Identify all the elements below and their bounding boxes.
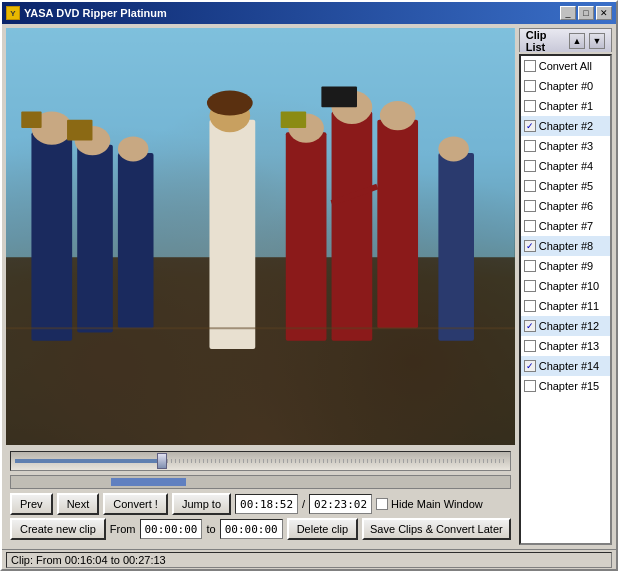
clip-label: Chapter #14 xyxy=(539,360,600,372)
svg-point-12 xyxy=(207,91,253,116)
time-separator: / xyxy=(302,498,305,510)
svg-rect-4 xyxy=(21,111,41,128)
from-label: From xyxy=(110,523,136,535)
clip-item[interactable]: Chapter #4 xyxy=(521,156,610,176)
video-area xyxy=(6,28,515,445)
clip-checkbox[interactable]: ✓ xyxy=(524,320,536,332)
to-time-input[interactable]: 00:00:00 xyxy=(220,519,283,539)
prev-button[interactable]: Prev xyxy=(10,493,53,515)
svg-rect-19 xyxy=(377,120,418,329)
clip-item[interactable]: ✓Chapter #14 xyxy=(521,356,610,376)
clip-list-down-arrow[interactable]: ▼ xyxy=(589,33,605,49)
clip-checkbox[interactable] xyxy=(524,340,536,352)
seek-track[interactable] xyxy=(15,459,506,463)
button-row-1: Prev Next Convert ! Jump to 00:18:52 / 0… xyxy=(10,493,511,515)
svg-rect-15 xyxy=(281,111,306,128)
scene-svg xyxy=(6,28,515,445)
clip-bar[interactable] xyxy=(10,475,511,489)
video-frame xyxy=(6,28,515,445)
svg-rect-18 xyxy=(321,86,357,107)
status-bar: Clip: From 00:16:04 to 00:27:13 xyxy=(2,549,616,569)
main-window: Y YASA DVD Ripper Platinum _ □ ✕ xyxy=(0,0,618,571)
svg-rect-13 xyxy=(286,132,327,341)
clip-label: Chapter #9 xyxy=(539,260,593,272)
svg-rect-7 xyxy=(67,120,92,141)
clip-checkbox[interactable] xyxy=(524,200,536,212)
clip-item[interactable]: Chapter #5 xyxy=(521,176,610,196)
clip-item[interactable]: Chapter #1 xyxy=(521,96,610,116)
minimize-button[interactable]: _ xyxy=(560,6,576,20)
clip-label: Chapter #0 xyxy=(539,80,593,92)
clip-checkbox[interactable] xyxy=(524,140,536,152)
clip-item[interactable]: Convert All xyxy=(521,56,610,76)
hide-main-text: Hide Main Window xyxy=(391,498,483,510)
clip-checkbox[interactable] xyxy=(524,60,536,72)
clip-checkbox[interactable]: ✓ xyxy=(524,360,536,372)
svg-rect-8 xyxy=(118,153,154,328)
to-label: to xyxy=(206,523,215,535)
clip-item[interactable]: ✓Chapter #2 xyxy=(521,116,610,136)
seek-thumb[interactable] xyxy=(157,453,167,469)
clip-list-body[interactable]: Convert AllChapter #0Chapter #1✓Chapter … xyxy=(519,54,612,545)
button-row-2: Create new clip From 00:00:00 to 00:00:0… xyxy=(10,518,511,540)
clip-selection xyxy=(111,478,186,486)
clip-list-up-arrow[interactable]: ▲ xyxy=(569,33,585,49)
clip-checkbox[interactable] xyxy=(524,280,536,292)
svg-rect-10 xyxy=(209,120,255,349)
from-time-input[interactable]: 00:00:00 xyxy=(140,519,203,539)
clip-item[interactable]: Chapter #11 xyxy=(521,296,610,316)
clip-item[interactable]: Chapter #10 xyxy=(521,276,610,296)
save-clips-button[interactable]: Save Clips & Convert Later xyxy=(362,518,511,540)
hide-main-checkbox[interactable] xyxy=(376,498,388,510)
create-clip-button[interactable]: Create new clip xyxy=(10,518,106,540)
clip-checkbox[interactable] xyxy=(524,220,536,232)
close-button[interactable]: ✕ xyxy=(596,6,612,20)
clip-item[interactable]: ✓Chapter #12 xyxy=(521,316,610,336)
clip-checkbox[interactable] xyxy=(524,300,536,312)
svg-point-23 xyxy=(438,136,469,161)
clip-checkbox[interactable] xyxy=(524,80,536,92)
clip-item[interactable]: Chapter #6 xyxy=(521,196,610,216)
window-controls: _ □ ✕ xyxy=(560,6,612,20)
clip-item[interactable]: Chapter #7 xyxy=(521,216,610,236)
window-body: Prev Next Convert ! Jump to 00:18:52 / 0… xyxy=(2,24,616,549)
svg-rect-5 xyxy=(77,145,113,333)
clip-label: Chapter #4 xyxy=(539,160,593,172)
current-time-display: 00:18:52 xyxy=(235,494,298,514)
total-time-display: 02:23:02 xyxy=(309,494,372,514)
clip-item[interactable]: Chapter #9 xyxy=(521,256,610,276)
convert-button[interactable]: Convert ! xyxy=(103,493,168,515)
clip-label: Chapter #7 xyxy=(539,220,593,232)
clip-checkbox[interactable] xyxy=(524,180,536,192)
clip-label: Chapter #15 xyxy=(539,380,600,392)
status-text: Clip: From 00:16:04 to 00:27:13 xyxy=(6,552,612,568)
clip-checkbox[interactable] xyxy=(524,380,536,392)
clip-checkbox[interactable] xyxy=(524,260,536,272)
clip-item[interactable]: Chapter #13 xyxy=(521,336,610,356)
maximize-button[interactable]: □ xyxy=(578,6,594,20)
clip-checkbox[interactable]: ✓ xyxy=(524,240,536,252)
app-icon: Y xyxy=(6,6,20,20)
clip-item[interactable]: Chapter #15 xyxy=(521,376,610,396)
title-bar: Y YASA DVD Ripper Platinum _ □ ✕ xyxy=(2,2,616,24)
clip-label: Chapter #13 xyxy=(539,340,600,352)
svg-point-20 xyxy=(380,101,416,130)
clip-list-title: Clip List xyxy=(526,29,565,53)
seek-bar-container xyxy=(10,451,511,471)
clip-checkbox[interactable]: ✓ xyxy=(524,120,536,132)
clip-item[interactable]: Chapter #0 xyxy=(521,76,610,96)
clip-item[interactable]: ✓Chapter #8 xyxy=(521,236,610,256)
delete-clip-button[interactable]: Delete clip xyxy=(287,518,358,540)
clip-checkbox[interactable] xyxy=(524,100,536,112)
controls-area: Prev Next Convert ! Jump to 00:18:52 / 0… xyxy=(6,449,515,545)
hide-main-label[interactable]: Hide Main Window xyxy=(376,498,483,510)
clip-item[interactable]: Chapter #3 xyxy=(521,136,610,156)
jump-to-button[interactable]: Jump to xyxy=(172,493,231,515)
next-button[interactable]: Next xyxy=(57,493,100,515)
clip-label: Chapter #8 xyxy=(539,240,593,252)
clip-label: Chapter #10 xyxy=(539,280,600,292)
clip-checkbox[interactable] xyxy=(524,160,536,172)
clip-label: Chapter #12 xyxy=(539,320,600,332)
clip-label: Chapter #6 xyxy=(539,200,593,212)
svg-rect-22 xyxy=(438,153,474,341)
